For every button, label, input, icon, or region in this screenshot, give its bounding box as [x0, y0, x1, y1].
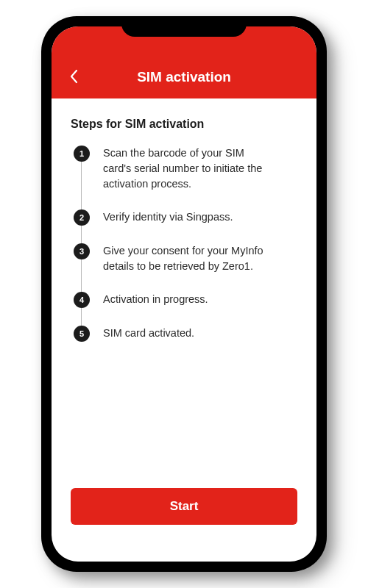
step-text: Scan the barcode of your SIM card's seri…	[103, 146, 272, 192]
step-number-badge: 3	[74, 243, 90, 259]
chevron-left-icon	[69, 69, 78, 84]
step-item: 1 Scan the barcode of your SIM card's se…	[74, 146, 297, 209]
step-item: 4 Activation in progress.	[74, 292, 297, 326]
step-number-badge: 5	[74, 326, 90, 342]
step-number-badge: 4	[74, 292, 90, 308]
step-text: SIM card activated.	[103, 326, 194, 341]
back-button[interactable]	[63, 66, 84, 87]
step-number-badge: 1	[74, 146, 90, 162]
page-title: SIM activation	[52, 69, 316, 85]
step-item: 3 Give your consent for your MyInfo deta…	[74, 243, 297, 292]
content-area: Steps for SIM activation 1 Scan the barc…	[52, 98, 316, 562]
steps-list: 1 Scan the barcode of your SIM card's se…	[71, 146, 297, 342]
start-button[interactable]: Start	[71, 488, 297, 525]
steps-heading: Steps for SIM activation	[71, 118, 297, 131]
screen: SIM activation Steps for SIM activation …	[52, 26, 316, 562]
step-text: Give your consent for your MyInfo detail…	[103, 243, 272, 274]
device-notch	[121, 16, 247, 37]
step-item: 2 Verify identity via Singpass.	[74, 209, 297, 243]
phone-frame: SIM activation Steps for SIM activation …	[41, 16, 327, 572]
step-number-badge: 2	[74, 209, 90, 226]
step-item: 5 SIM card activated.	[74, 326, 297, 342]
step-text: Verify identity via Singpass.	[103, 209, 233, 225]
step-text: Activation in progress.	[103, 292, 208, 307]
app-header: SIM activation	[52, 26, 316, 98]
